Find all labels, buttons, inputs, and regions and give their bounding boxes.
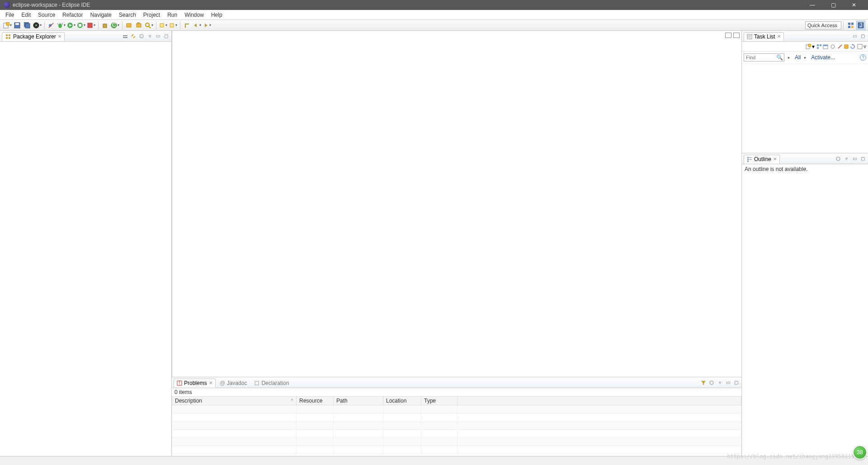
menu-search[interactable]: Search [115, 11, 140, 19]
table-row[interactable] [172, 446, 741, 454]
menu-edit[interactable]: Edit [18, 11, 34, 19]
close-icon[interactable]: ✕ [58, 34, 61, 39]
menu-file[interactable]: File [2, 11, 18, 19]
table-row[interactable] [172, 422, 741, 430]
col-description[interactable]: Description ^ [172, 397, 297, 405]
table-row[interactable] [172, 405, 741, 413]
run-button[interactable] [66, 21, 75, 30]
problems-table[interactable]: Description ^ Resource Path Location Typ… [172, 396, 741, 454]
last-edit-button[interactable] [182, 21, 191, 30]
table-row[interactable] [172, 413, 741, 422]
new-java-package-button[interactable] [100, 21, 109, 30]
task-list-tab[interactable]: Task List ✕ [744, 32, 784, 41]
coverage-button[interactable] [76, 21, 85, 30]
view-menu-icon[interactable]: ▿ [843, 155, 850, 162]
view-menu-icon[interactable]: ▿ [863, 43, 866, 50]
annotation-next-button[interactable] [168, 21, 177, 30]
open-type-button[interactable] [33, 21, 42, 30]
view-menu-icon[interactable]: ▿ [146, 33, 153, 40]
maximize-icon[interactable]: ▢ [859, 33, 866, 40]
new-task-icon[interactable] [806, 44, 811, 49]
minimize-icon[interactable]: ▭ [851, 155, 858, 162]
table-row[interactable] [172, 438, 741, 446]
editor-area[interactable] [172, 31, 741, 377]
col-location[interactable]: Location [383, 397, 421, 405]
help-icon[interactable]: ? [860, 54, 866, 61]
svg-line-61 [838, 45, 842, 48]
problems-tab[interactable]: ! Problems ✕ [174, 379, 216, 388]
package-explorer-view: Package Explorer ✕ ▿ ▭ ▢ [0, 31, 172, 456]
ui-legend-icon[interactable] [857, 44, 863, 49]
search-icon[interactable]: 🔍 [776, 54, 783, 61]
skip-breakpoints-button[interactable] [47, 21, 56, 30]
menu-refactor[interactable]: Refactor [59, 11, 86, 19]
menu-project[interactable]: Project [140, 11, 164, 19]
package-explorer-body[interactable] [0, 42, 171, 456]
maximize-icon[interactable]: ▢ [732, 379, 740, 386]
task-list-body[interactable] [742, 64, 868, 153]
save-button[interactable] [13, 21, 22, 30]
hide-completed-icon[interactable] [837, 44, 843, 49]
run-last-button[interactable] [86, 21, 95, 30]
filter-icon[interactable] [700, 379, 707, 386]
new-java-class-button[interactable]: C [110, 21, 119, 30]
package-explorer-tab[interactable]: Package Explorer ✕ [2, 32, 65, 41]
focus-task-icon[interactable] [138, 33, 145, 40]
collapse-icon[interactable] [844, 44, 849, 49]
svg-point-10 [58, 24, 62, 28]
menu-window[interactable]: Window [181, 11, 208, 19]
col-type[interactable]: Type [421, 397, 458, 405]
task-activate-link[interactable]: Activate... [811, 54, 835, 61]
problems-tab-label: Problems [184, 380, 207, 386]
menu-source[interactable]: Source [34, 11, 59, 19]
editor-maximize-icon[interactable] [733, 33, 740, 38]
table-row[interactable] [172, 430, 741, 438]
svg-marker-30 [205, 24, 208, 27]
link-editor-icon[interactable] [130, 33, 137, 40]
categorized-icon[interactable] [816, 44, 822, 49]
editor-minimize-icon[interactable] [725, 33, 731, 38]
synchronize-icon[interactable] [850, 44, 855, 49]
minimize-button[interactable]: — [802, 2, 823, 8]
new-task-dd-icon[interactable]: ▾ [812, 43, 815, 50]
debug-button[interactable] [57, 21, 66, 30]
close-icon[interactable]: ✕ [773, 157, 777, 161]
notification-badge[interactable]: 38 [853, 445, 867, 460]
annotation-prev-button[interactable] [158, 21, 167, 30]
outline-tab[interactable]: Outline ✕ [744, 155, 780, 164]
close-icon[interactable]: ✕ [209, 380, 212, 385]
scheduled-icon[interactable] [823, 44, 828, 49]
minimize-icon[interactable]: ▭ [851, 33, 858, 40]
close-icon[interactable]: ✕ [777, 34, 781, 39]
java-perspective-button[interactable]: J [856, 21, 865, 30]
menu-run[interactable]: Run [164, 11, 181, 19]
task-all-link[interactable]: All [795, 54, 801, 61]
minimize-icon[interactable]: ▭ [154, 33, 161, 40]
menu-help[interactable]: Help [208, 11, 226, 19]
focus-icon[interactable] [835, 155, 842, 162]
maximize-icon[interactable]: ▢ [859, 155, 866, 162]
maximize-icon[interactable]: ▢ [162, 33, 170, 40]
svg-rect-26 [160, 24, 164, 27]
new-button[interactable] [3, 21, 12, 30]
javadoc-tab[interactable]: @ Javadoc [217, 379, 250, 388]
back-button[interactable] [192, 21, 201, 30]
view-menu-icon[interactable]: ▿ [716, 379, 723, 386]
declaration-tab[interactable]: Declaration [251, 379, 292, 388]
col-resource[interactable]: Resource [297, 397, 334, 405]
quick-access-field[interactable]: Quick Access [805, 21, 841, 29]
open-type-hierarchy-button[interactable] [134, 21, 143, 30]
minimize-icon[interactable]: ▭ [724, 379, 731, 386]
forward-button[interactable] [202, 21, 211, 30]
search-button[interactable] [144, 21, 153, 30]
open-perspective-button[interactable] [846, 21, 855, 30]
maximize-button[interactable]: ▢ [823, 2, 844, 8]
save-all-button[interactable] [23, 21, 32, 30]
open-task-button[interactable] [124, 21, 133, 30]
col-path[interactable]: Path [334, 397, 383, 405]
collapse-all-icon[interactable] [122, 33, 129, 40]
focus-workweek-icon[interactable] [830, 44, 835, 49]
close-button[interactable]: ✕ [844, 2, 864, 8]
focus-icon[interactable] [708, 379, 715, 386]
menu-navigate[interactable]: Navigate [86, 11, 115, 19]
